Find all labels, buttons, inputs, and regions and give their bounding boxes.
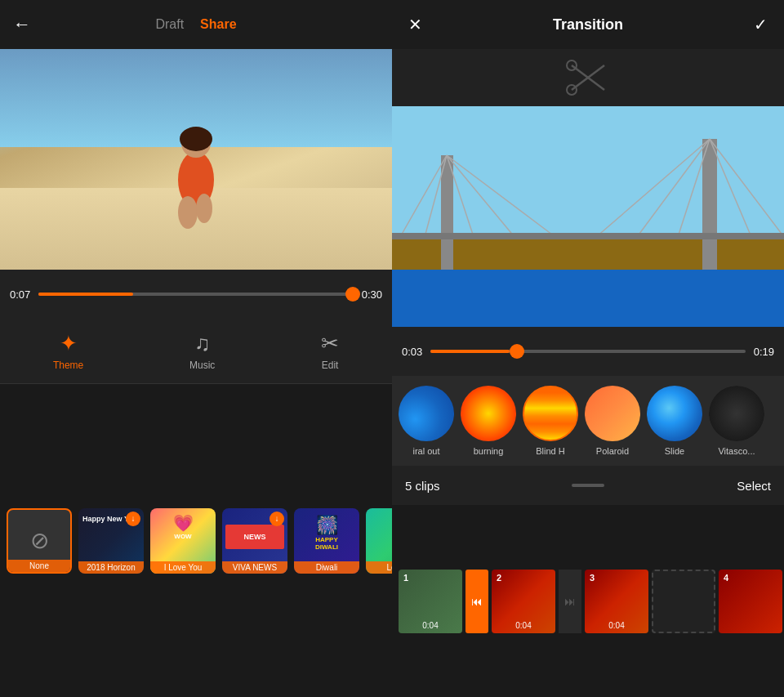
- theme-vivanews[interactable]: ↓ NEWS VIVA NEWS: [222, 508, 287, 574]
- none-icon: ⊘: [30, 527, 49, 554]
- clips-count: 5 clips: [405, 479, 440, 493]
- timeline-start: 0:07: [10, 288, 30, 301]
- right-timeline-track[interactable]: [430, 350, 745, 353]
- clip-2-duration: 0:04: [515, 621, 531, 630]
- theme-diwali-content: 🎆 HAPPYDIWALI: [294, 508, 359, 557]
- left-panel: ← Draft Share 0:07: [0, 0, 392, 697]
- clip-4[interactable]: 4: [719, 570, 782, 633]
- transition-slide-label: Slide: [665, 446, 684, 456]
- theme-2018horizon-label: 2018 Horizon: [78, 561, 144, 574]
- clip-3-duration: 0:04: [608, 621, 624, 630]
- download-icon: ↓: [126, 512, 140, 526]
- woman-figure: [155, 114, 237, 245]
- share-button[interactable]: Share: [200, 17, 236, 32]
- theme-none[interactable]: ⊘ None: [7, 508, 72, 574]
- right-panel: ✕ Transition ✓: [392, 0, 784, 697]
- right-timeline-thumb[interactable]: [510, 344, 524, 359]
- transition-vitasco-circle: [709, 386, 764, 441]
- transition-burning[interactable]: burning: [461, 386, 516, 456]
- confirm-button[interactable]: ✓: [754, 15, 768, 34]
- transition-vitasco-label: Vitasco...: [718, 446, 755, 456]
- bridge-illustration: [392, 106, 784, 327]
- left-video-preview: [0, 49, 392, 270]
- edit-tool[interactable]: ✂ Edit: [321, 331, 339, 371]
- theme-iloveyou-label: I Love You: [150, 561, 216, 574]
- svg-rect-24: [392, 233, 784, 239]
- music-icon: ♫: [194, 331, 211, 356]
- right-timeline-progress: [430, 350, 509, 353]
- timeline-track[interactable]: [38, 293, 353, 296]
- transitions-strip: iral out burning Blind H Polaroid Slide …: [392, 376, 784, 466]
- clip-placeholder-1: [652, 570, 715, 633]
- timeline-end: 0:30: [362, 288, 382, 301]
- transition-spiral-out[interactable]: iral out: [399, 386, 454, 456]
- clip-3-number: 3: [590, 573, 595, 583]
- left-header: ← Draft Share: [0, 0, 392, 49]
- theme-icon: ✦: [60, 331, 78, 356]
- theme-none-label: None: [8, 560, 70, 572]
- transition-blindh-circle: [523, 386, 578, 441]
- theme-lovely[interactable]: ↓ Lovely: [366, 508, 392, 574]
- theme-tool[interactable]: ✦ Theme: [53, 331, 83, 371]
- transition-spiral-circle: [399, 386, 454, 441]
- clips-strip: 1 0:04 ⏮ 2 0:04 ⏭ 3 0:04 4: [392, 505, 784, 697]
- transition-spiral-label: iral out: [412, 446, 439, 456]
- theme-vivanews-content: NEWS: [225, 525, 284, 549]
- download-icon-2: ↓: [270, 512, 284, 526]
- transition-slide[interactable]: Slide: [647, 386, 702, 456]
- transition-vitasco[interactable]: Vitasco...: [709, 386, 764, 456]
- transition-burning-label: burning: [474, 446, 504, 456]
- transition-polaroid-circle: [585, 386, 640, 441]
- clip-1[interactable]: 1 0:04: [399, 570, 462, 633]
- transition-blind-h[interactable]: Blind H: [523, 386, 578, 456]
- svg-rect-12: [441, 155, 453, 270]
- edit-label: Edit: [322, 360, 339, 371]
- right-video-preview: [392, 106, 784, 327]
- skip-marker-1[interactable]: ⏭: [559, 570, 581, 633]
- clip-2-number: 2: [497, 573, 501, 583]
- svg-rect-13: [702, 139, 717, 270]
- themes-strip: ⊘ None ↓ Happy New Year 2018 Horizon 💗 W…: [0, 384, 392, 697]
- timeline-thumb[interactable]: [345, 287, 360, 302]
- clip-3[interactable]: 3 0:04: [585, 570, 648, 633]
- theme-iloveyou[interactable]: 💗 WOW I Love You: [150, 508, 216, 574]
- transition-marker-1[interactable]: ⏮: [466, 570, 488, 633]
- close-button[interactable]: ✕: [408, 15, 422, 34]
- draft-label: Draft: [155, 17, 184, 32]
- clip-2[interactable]: 2 0:04: [492, 570, 555, 633]
- transition-burning-circle: [461, 386, 516, 441]
- clips-row2-label: 4 5: [719, 570, 784, 633]
- transition-polaroid-label: Polaroid: [596, 446, 629, 456]
- theme-diwali[interactable]: 🎆 HAPPYDIWALI Diwali: [294, 508, 359, 574]
- left-timeline: 0:07 0:30: [0, 270, 392, 319]
- transition-title: Transition: [553, 16, 623, 34]
- right-timeline-end: 0:19: [754, 346, 774, 358]
- timeline-progress: [38, 293, 133, 296]
- svg-point-2: [180, 127, 212, 151]
- scissors-decoration: [564, 57, 612, 98]
- clip-4-number: 4: [724, 573, 728, 583]
- clip-1-number: 1: [403, 573, 408, 583]
- theme-vivanews-label: VIVA NEWS: [222, 561, 287, 574]
- select-button[interactable]: Select: [737, 479, 771, 493]
- right-timeline: 0:03 0:19: [392, 327, 784, 376]
- svg-point-4: [196, 194, 212, 223]
- transition-blindh-label: Blind H: [536, 446, 564, 456]
- theme-diwali-label: Diwali: [294, 561, 359, 574]
- right-header: ✕ Transition ✓: [392, 0, 784, 49]
- right-timeline-start: 0:03: [402, 346, 422, 358]
- theme-iloveyou-content: 💗 WOW: [150, 508, 216, 545]
- scissors-icon: ✂: [321, 331, 339, 356]
- scissors-area: [392, 49, 784, 106]
- svg-point-3: [178, 196, 198, 229]
- transition-polaroid[interactable]: Polaroid: [585, 386, 640, 456]
- transition-slide-circle: [647, 386, 702, 441]
- clip-1-duration: 0:04: [422, 621, 438, 630]
- back-button[interactable]: ←: [13, 14, 31, 35]
- drag-handle[interactable]: [572, 484, 604, 487]
- theme-label: Theme: [53, 360, 83, 371]
- music-label: Music: [189, 360, 215, 371]
- theme-2018horizon[interactable]: ↓ Happy New Year 2018 Horizon: [78, 508, 144, 574]
- clips-header: 5 clips Select: [392, 466, 784, 505]
- music-tool[interactable]: ♫ Music: [189, 331, 215, 371]
